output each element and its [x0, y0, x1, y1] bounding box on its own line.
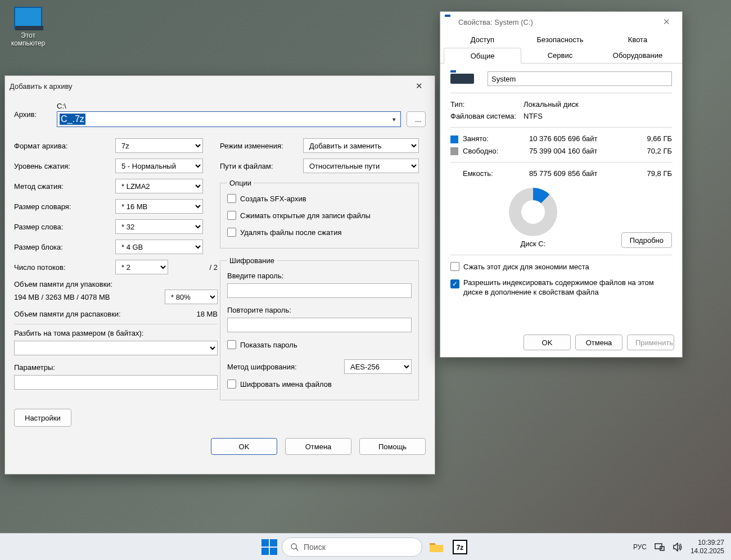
method-label: Метод сжатия:	[14, 182, 115, 191]
tabs: Доступ Безопасность Квота Общие Сервис О…	[440, 32, 682, 64]
close-icon[interactable]: ✕	[655, 14, 678, 30]
encryption-legend: Шифрование	[227, 256, 277, 265]
password-input[interactable]	[227, 283, 412, 298]
tab-general[interactable]: Общие	[444, 48, 521, 64]
enc-method-select[interactable]: AES-256	[344, 359, 412, 374]
cancel-button[interactable]: Отмена	[575, 335, 622, 350]
svg-line-1	[296, 548, 298, 550]
free-color-icon	[450, 147, 458, 155]
mem-pack-label: Объем памяти для упаковки:	[14, 280, 218, 288]
show-password-checkbox[interactable]: Показать пароль	[227, 340, 297, 349]
used-bytes: 10 376 605 696 байт	[529, 134, 633, 143]
tab-hardware[interactable]: Оборудование	[599, 47, 676, 63]
mem-limit-select[interactable]: * 80%	[165, 290, 218, 304]
threads-select[interactable]: * 2	[115, 260, 168, 274]
params-label: Параметры:	[14, 363, 218, 372]
word-label: Размер слова:	[14, 223, 115, 231]
archive-combo[interactable]: C_.7z ▾	[57, 111, 401, 127]
help-button[interactable]: Помощь	[359, 438, 426, 455]
level-select[interactable]: 5 - Нормальный	[115, 159, 203, 173]
compress-open-checkbox[interactable]: Сжимать открытые для записи файлы	[227, 211, 371, 220]
mode-select[interactable]: Добавить и заменить	[303, 138, 419, 153]
encryption-fieldset: Шифрование Введите пароль: Повторите пар…	[220, 256, 419, 400]
drive-name-input[interactable]	[488, 71, 672, 86]
details-button[interactable]: Подробно	[621, 232, 672, 248]
language-indicator[interactable]: РУС	[633, 543, 647, 551]
tab-access[interactable]: Доступ	[444, 31, 521, 47]
dict-select[interactable]: * 16 MB	[115, 199, 203, 214]
method-select[interactable]: * LZMA2	[115, 179, 203, 193]
search-box[interactable]: Поиск	[282, 538, 422, 557]
taskbar: Поиск 7z РУС 10:39:27 14.02.2025	[0, 533, 731, 560]
desktop-icon-label: Этот компьютер	[6, 31, 51, 47]
index-disk-checkbox[interactable]: Разрешить индексировать содержимое файло…	[450, 278, 672, 297]
desktop-icon-this-pc[interactable]: Этот компьютер	[6, 7, 51, 47]
options-fieldset: Опции Создать SFX-архив Сжимать открытые…	[220, 179, 419, 249]
tab-service[interactable]: Сервис	[521, 47, 599, 63]
archive-path-prefix: C:\	[57, 102, 426, 110]
password-label: Введите пароль:	[227, 272, 412, 280]
drive-icon	[445, 18, 454, 26]
disk-caption: Диск C:	[450, 240, 616, 248]
format-select[interactable]: 7z	[115, 138, 203, 153]
sfx-checkbox[interactable]: Создать SFX-архив	[227, 194, 306, 203]
paths-select[interactable]: Относительные пути	[303, 159, 419, 173]
enc-method-label: Метод шифрования:	[227, 363, 344, 371]
capacity-gb: 79,8 ГБ	[633, 169, 672, 178]
apply-button[interactable]: Применить	[627, 335, 674, 350]
word-select[interactable]: * 32	[115, 219, 203, 234]
split-label: Разбить на тома размером (в байтах):	[14, 329, 218, 337]
ok-button[interactable]: OK	[211, 438, 277, 455]
start-button[interactable]	[261, 539, 277, 555]
window-7zip-add-archive: Добавить к архиву ✕ Архив: C:\ C_.7z ▾ .…	[4, 75, 435, 475]
free-bytes: 75 399 004 160 байт	[529, 147, 633, 155]
used-label: Занято:	[463, 134, 489, 143]
volume-icon[interactable]	[673, 543, 683, 552]
ok-button[interactable]: OK	[524, 335, 571, 350]
format-label: Формат архива:	[14, 142, 115, 150]
encrypt-names-checkbox[interactable]: Шифровать имена файлов	[227, 380, 332, 389]
password2-input[interactable]	[227, 318, 412, 332]
threads-of: / 2	[210, 263, 218, 272]
close-icon[interactable]: ✕	[408, 78, 430, 94]
taskbar-explorer-icon[interactable]	[427, 538, 446, 557]
network-icon[interactable]	[655, 543, 665, 552]
window-title: Свойства: System (C:)	[458, 18, 533, 26]
used-gb: 9,66 ГБ	[633, 134, 672, 143]
titlebar-7zip[interactable]: Добавить к архиву ✕	[5, 76, 435, 96]
clock-time: 10:39:27	[691, 539, 724, 547]
free-gb: 70,2 ГБ	[633, 147, 672, 155]
search-placeholder: Поиск	[304, 543, 326, 552]
browse-button[interactable]: ...	[407, 111, 426, 127]
block-select[interactable]: * 4 GB	[115, 240, 203, 254]
chevron-down-icon: ▾	[390, 116, 398, 123]
taskbar-7zip-icon[interactable]: 7z	[450, 538, 470, 557]
monitor-icon	[14, 7, 42, 29]
cancel-button[interactable]: Отмена	[285, 438, 351, 455]
window-title: Добавить к архиву	[10, 82, 73, 91]
options-legend: Опции	[227, 179, 254, 187]
capacity-bytes: 85 775 609 856 байт	[529, 169, 633, 178]
svg-point-0	[291, 544, 296, 549]
clock[interactable]: 10:39:27 14.02.2025	[691, 539, 724, 555]
delete-after-checkbox[interactable]: Удалять файлы после сжатия	[227, 228, 342, 237]
search-icon	[290, 543, 299, 552]
type-value: Локальный диск	[524, 100, 579, 109]
svg-text:7z: 7z	[457, 544, 464, 552]
compress-disk-checkbox[interactable]: Сжать этот диск для экономии места	[450, 262, 589, 271]
window-drive-properties: Свойства: System (C:) ✕ Доступ Безопасно…	[440, 11, 683, 358]
split-select[interactable]	[14, 341, 218, 355]
archive-label: Архив:	[14, 110, 57, 119]
mem-pack-detail: 194 MB / 3263 MB / 4078 MB	[14, 293, 165, 301]
fs-value: NTFS	[524, 112, 543, 120]
password2-label: Повторите пароль:	[227, 306, 412, 314]
tab-quota[interactable]: Квота	[599, 31, 676, 47]
mem-unpack-label: Объем памяти для распаковки:	[14, 310, 196, 318]
paths-label: Пути к файлам:	[220, 162, 303, 170]
params-input[interactable]	[14, 375, 218, 390]
titlebar-properties[interactable]: Свойства: System (C:) ✕	[440, 12, 682, 32]
tab-security[interactable]: Безопасность	[521, 31, 599, 47]
settings-button[interactable]: Настройки	[14, 409, 71, 427]
fs-label: Файловая система:	[450, 112, 524, 120]
used-color-icon	[450, 136, 458, 143]
